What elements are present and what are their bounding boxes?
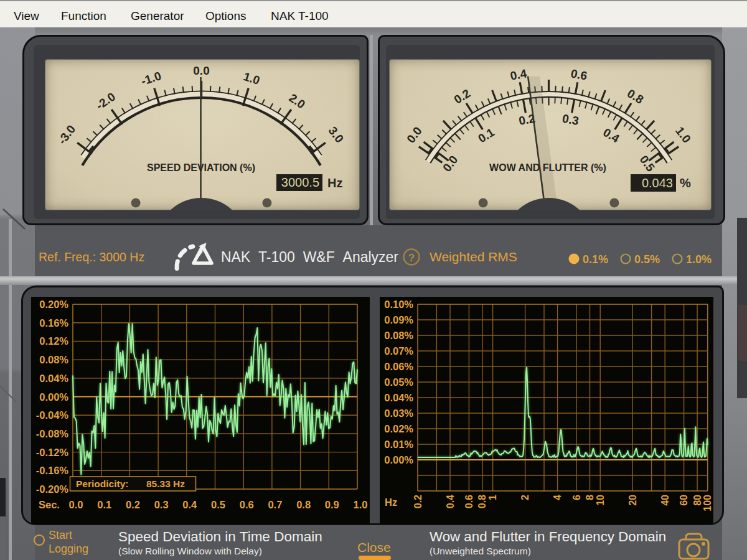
svg-text:0.4: 0.4 <box>445 495 456 508</box>
svg-text:-0.04%: -0.04% <box>36 409 69 421</box>
svg-text:Wow and Flutter in Frequency D: Wow and Flutter in Frequency Domain <box>430 529 666 544</box>
svg-text:0.04%: 0.04% <box>39 373 68 384</box>
svg-text:0.01%: 0.01% <box>384 439 413 450</box>
svg-text:85.33 Hz: 85.33 Hz <box>146 478 185 489</box>
svg-text:Periodicity:: Periodicity: <box>76 478 128 489</box>
svg-text:(Slow Rolling Window with Dela: (Slow Rolling Window with Delay) <box>118 546 262 556</box>
svg-text:-0.16%: -0.16% <box>36 465 69 476</box>
svg-text:80: 80 <box>692 495 703 506</box>
svg-text:0.00%: 0.00% <box>39 391 68 403</box>
svg-text:10: 10 <box>595 495 606 506</box>
svg-text:0.1: 0.1 <box>97 499 111 510</box>
svg-text:0.8: 0.8 <box>477 495 487 508</box>
svg-text:0.02%: 0.02% <box>384 423 413 434</box>
svg-text:0.03%: 0.03% <box>384 408 413 419</box>
svg-text:0.6: 0.6 <box>464 495 474 508</box>
svg-text:0.8: 0.8 <box>296 499 311 510</box>
svg-text:Close: Close <box>357 540 391 554</box>
svg-text:0.2: 0.2 <box>126 499 140 510</box>
svg-text:0.6: 0.6 <box>240 499 254 510</box>
svg-text:0.5: 0.5 <box>211 499 225 510</box>
svg-text:1.0: 1.0 <box>354 499 368 510</box>
svg-text:-0.08%: -0.08% <box>36 428 69 439</box>
svg-text:0.9: 0.9 <box>325 499 339 510</box>
svg-text:Hz: Hz <box>385 497 397 508</box>
svg-text:20: 20 <box>627 495 638 506</box>
svg-text:0.00%: 0.00% <box>384 454 413 465</box>
svg-text:Logging: Logging <box>49 543 88 555</box>
svg-text:-0.12%: -0.12% <box>36 447 69 458</box>
svg-text:40: 40 <box>660 495 670 506</box>
svg-text:-0.20%: -0.20% <box>36 483 69 495</box>
svg-text:Sec.: Sec. <box>39 499 60 510</box>
svg-text:2: 2 <box>520 495 530 500</box>
svg-text:0.08%: 0.08% <box>384 330 413 341</box>
svg-text:Speed Deviation in Time Domain: Speed Deviation in Time Domain <box>118 529 322 544</box>
svg-text:0.0: 0.0 <box>69 499 83 510</box>
svg-text:6: 6 <box>571 495 582 500</box>
svg-text:0.08%: 0.08% <box>39 354 68 365</box>
svg-text:0.07%: 0.07% <box>384 345 413 357</box>
svg-text:0.10%: 0.10% <box>384 299 413 310</box>
svg-text:1: 1 <box>487 495 498 500</box>
svg-text:0.3: 0.3 <box>154 499 169 510</box>
svg-text:60: 60 <box>679 495 689 506</box>
svg-text:0.16%: 0.16% <box>39 317 68 329</box>
svg-text:0.20%: 0.20% <box>39 299 68 310</box>
svg-text:0.4: 0.4 <box>182 499 197 510</box>
svg-text:8: 8 <box>585 495 595 500</box>
svg-text:0.2: 0.2 <box>413 495 423 508</box>
svg-text:0.06%: 0.06% <box>384 361 413 372</box>
svg-text:(Unweighted Spectrum): (Unweighted Spectrum) <box>430 546 531 556</box>
svg-text:0.7: 0.7 <box>268 499 282 510</box>
svg-text:4: 4 <box>552 495 563 500</box>
svg-text:Start: Start <box>49 529 72 541</box>
svg-text:0.04%: 0.04% <box>384 392 413 403</box>
svg-text:0.12%: 0.12% <box>39 335 68 347</box>
svg-text:0.09%: 0.09% <box>384 314 413 325</box>
svg-text:0.05%: 0.05% <box>384 376 413 388</box>
svg-text:100: 100 <box>702 495 713 511</box>
